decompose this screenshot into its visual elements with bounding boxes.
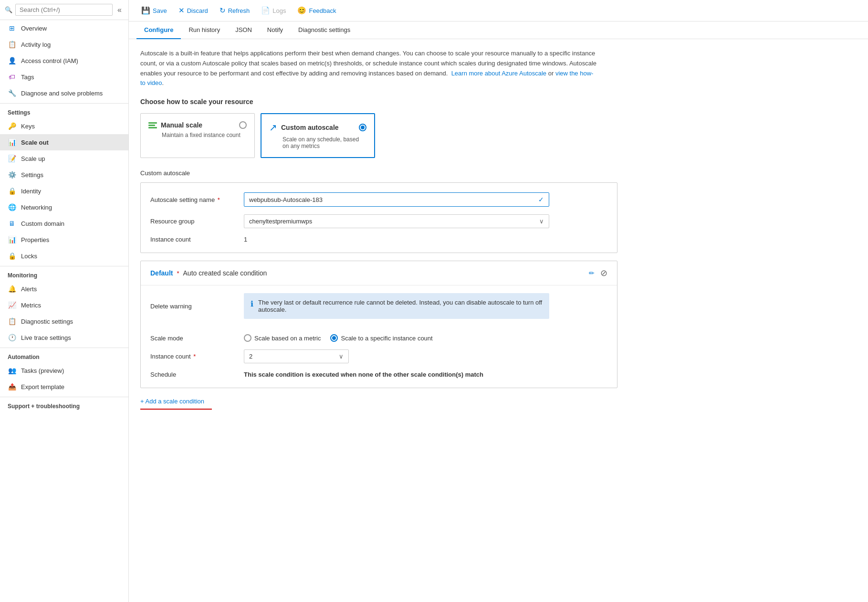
sidebar-item-scale-up[interactable]: 📝 Scale up — [0, 150, 128, 167]
condition-default-label: Default — [150, 269, 173, 277]
search-input[interactable] — [15, 4, 113, 16]
scale-metric-option[interactable]: Scale based on a metric — [244, 334, 321, 342]
scale-instance-radio[interactable] — [330, 334, 338, 342]
export-icon: 📤 — [8, 382, 16, 391]
manual-card-desc: Maintain a fixed instance count — [162, 132, 247, 138]
instance-count-row: Instance count 1 — [150, 236, 607, 243]
custom-scale-card[interactable]: ↗ Custom autoscale Scale on any schedule… — [261, 113, 375, 158]
autoscale-name-select[interactable]: webpubsub-Autoscale-183 ✓ — [244, 192, 549, 207]
schedule-content: This scale condition is executed when no… — [244, 371, 549, 378]
settings-section-header: Settings — [0, 103, 128, 118]
condition-required-marker: * — [177, 270, 179, 277]
sidebar-item-diagnostic-settings[interactable]: 📋 Diagnostic settings — [0, 313, 128, 329]
add-condition-button[interactable]: + Add a scale condition — [140, 396, 204, 407]
custom-domain-icon: 🖥 — [8, 219, 16, 228]
scale-up-icon: 📝 — [8, 154, 16, 163]
sidebar-item-tasks[interactable]: 👥 Tasks (preview) — [0, 362, 128, 379]
add-condition-underline — [140, 409, 212, 410]
logs-button[interactable]: 📄 Logs — [256, 4, 291, 17]
chevron-down-icon: ∨ — [539, 218, 544, 225]
condition-body: Delete warning ℹ The very last or defaul… — [141, 285, 617, 388]
overview-icon: ⊞ — [8, 24, 16, 32]
tab-run-history[interactable]: Run history — [181, 21, 228, 39]
resource-group-select[interactable]: chenyltestpremiumwps ∨ — [244, 214, 549, 228]
sidebar-item-tags[interactable]: 🏷 Tags — [0, 69, 128, 85]
checkmark-icon: ✓ — [538, 196, 544, 203]
properties-icon: 📊 — [8, 235, 16, 244]
refresh-button[interactable]: ↻ Refresh — [215, 4, 255, 17]
instance-chevron-icon: ∨ — [339, 353, 344, 360]
sidebar-item-properties[interactable]: 📊 Properties — [0, 232, 128, 248]
scale-metric-radio[interactable] — [244, 334, 251, 342]
manual-card-title: Manual scale — [161, 121, 202, 129]
instance-count-select[interactable]: 2 ∨ — [244, 349, 349, 363]
sidebar-item-networking[interactable]: 🌐 Networking — [0, 199, 128, 215]
sidebar-item-keys[interactable]: 🔑 Keys — [0, 118, 128, 134]
tab-json[interactable]: JSON — [228, 21, 260, 39]
toolbar: 💾 Save ✕ Discard ↻ Refresh 📄 Logs 😊 Feed… — [129, 0, 868, 21]
instance-count-value: 1 — [244, 236, 549, 243]
sidebar-item-settings[interactable]: ⚙️ Settings — [0, 167, 128, 183]
feedback-button[interactable]: 😊 Feedback — [293, 4, 341, 17]
sidebar-item-metrics[interactable]: 📈 Metrics — [0, 297, 128, 313]
alerts-icon: 🔔 — [8, 285, 16, 293]
search-icon: 🔍 — [5, 6, 12, 13]
manual-card-header: Manual scale — [148, 121, 247, 129]
tasks-icon: 👥 — [8, 366, 16, 375]
sidebar-item-export-template[interactable]: 📤 Export template — [0, 379, 128, 395]
keys-icon: 🔑 — [8, 122, 16, 130]
instance-count-label: Instance count — [150, 236, 236, 243]
condition-instance-count-control: 2 ∨ — [244, 349, 549, 363]
scale-out-icon: 📊 — [8, 138, 16, 147]
schedule-label: Schedule — [150, 371, 236, 378]
sidebar-item-alerts[interactable]: 🔔 Alerts — [0, 281, 128, 297]
tags-icon: 🏷 — [8, 73, 16, 81]
sidebar-item-diagnose[interactable]: 🔧 Diagnose and solve problems — [0, 85, 128, 101]
save-icon: 💾 — [141, 6, 150, 15]
tab-notify[interactable]: Notify — [260, 21, 291, 39]
delete-warning-row: Delete warning ℹ The very last or defaul… — [150, 285, 607, 327]
scale-cards-container: Manual scale Maintain a fixed instance c… — [140, 113, 857, 158]
monitoring-section-header: Monitoring — [0, 266, 128, 281]
condition-instance-count-label: Instance count * — [150, 353, 236, 360]
sidebar-item-custom-domain[interactable]: 🖥 Custom domain — [0, 215, 128, 232]
sidebar-item-scale-out[interactable]: 📊 Scale out — [0, 134, 128, 150]
description-text: Autoscale is a built-in feature that hel… — [140, 49, 598, 88]
sidebar-item-overview[interactable]: ⊞ Overview — [0, 20, 128, 36]
sidebar-item-access-control[interactable]: 👤 Access control (IAM) — [0, 53, 128, 69]
logs-icon: 📄 — [261, 6, 270, 15]
sidebar-item-locks[interactable]: 🔒 Locks — [0, 248, 128, 264]
refresh-icon: ↻ — [220, 6, 226, 15]
tab-configure[interactable]: Configure — [136, 21, 181, 39]
sidebar-item-identity[interactable]: 🔒 Identity — [0, 183, 128, 199]
custom-autoscale-label: Custom autoscale — [140, 169, 857, 177]
discard-button[interactable]: ✕ Discard — [174, 4, 213, 17]
condition-panel: Default * Auto created scale condition ✏… — [140, 261, 617, 388]
custom-title-row: ↗ Custom autoscale — [269, 122, 339, 133]
identity-icon: 🔒 — [8, 187, 16, 195]
custom-card-title: Custom autoscale — [281, 124, 339, 131]
custom-card-header: ↗ Custom autoscale — [269, 122, 366, 133]
manual-radio[interactable] — [239, 121, 247, 129]
resource-group-label: Resource group — [150, 218, 236, 225]
main-panel: 💾 Save ✕ Discard ↻ Refresh 📄 Logs 😊 Feed… — [129, 0, 868, 602]
manual-scale-card[interactable]: Manual scale Maintain a fixed instance c… — [140, 113, 255, 158]
add-condition-container: + Add a scale condition — [140, 396, 857, 410]
sidebar-item-activity-log[interactable]: 📋 Activity log — [0, 36, 128, 53]
learn-more-link[interactable]: Learn more about Azure Autoscale — [451, 70, 546, 77]
automation-section-header: Automation — [0, 348, 128, 362]
save-button[interactable]: 💾 Save — [136, 4, 172, 17]
scale-mode-row: Scale mode Scale based on a metric Scale… — [150, 334, 607, 342]
collapse-button[interactable]: « — [115, 5, 124, 15]
scale-instance-option[interactable]: Scale to a specific instance count — [330, 334, 432, 342]
resource-group-control: chenyltestpremiumwps ∨ — [244, 214, 549, 228]
access-control-icon: 👤 — [8, 56, 16, 65]
sidebar-item-live-trace[interactable]: 🕐 Live trace settings — [0, 329, 128, 346]
custom-card-desc: Scale on any schedule, based on any metr… — [282, 136, 366, 149]
sidebar-search-container: 🔍 « — [0, 0, 128, 20]
delete-condition-button[interactable]: ⊘ — [600, 268, 607, 278]
custom-radio[interactable] — [359, 124, 366, 131]
tab-diagnostic-settings[interactable]: Diagnostic settings — [291, 21, 358, 39]
edit-condition-button[interactable]: ✏ — [587, 268, 596, 278]
tabs-container: Configure Run history JSON Notify Diagno… — [129, 21, 868, 39]
